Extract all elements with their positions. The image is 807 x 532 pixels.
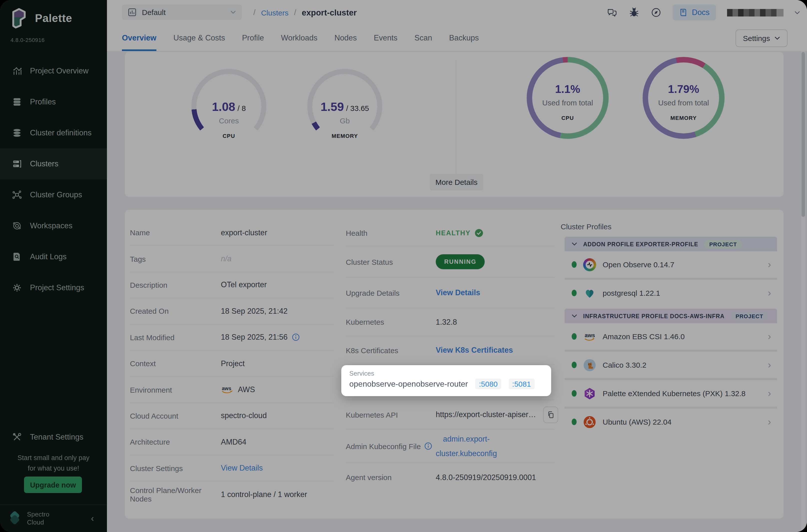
services-spotlight: Services openobserve-openobserve-router … <box>341 365 551 396</box>
services-label: Services <box>349 370 543 377</box>
app-window: Palette 4.8.0-250916 Project Overview <box>0 0 807 532</box>
tour-dim-overlay <box>0 0 807 532</box>
service-port-link-5080[interactable]: :5080 <box>475 379 501 389</box>
service-name: openobserve-openobserve-router <box>349 379 468 388</box>
service-port-link-5081[interactable]: :5081 <box>509 379 534 389</box>
